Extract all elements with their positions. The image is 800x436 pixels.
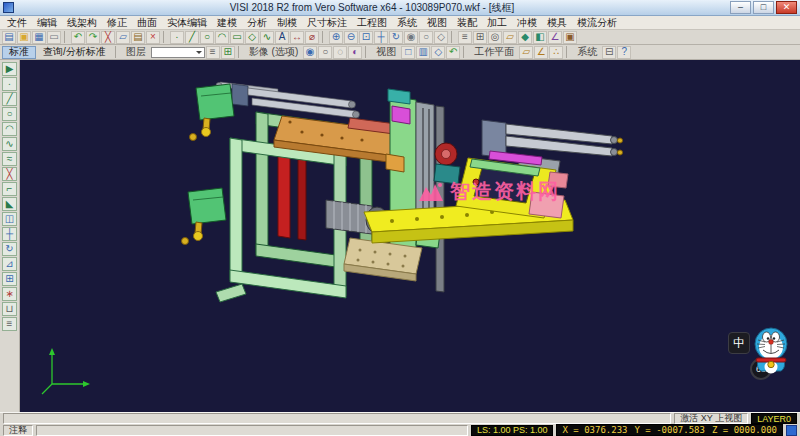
layers-icon[interactable]: ≡ [458, 31, 472, 44]
solid-icon[interactable]: ◆ [518, 31, 532, 44]
measure-icon[interactable]: ⌀ [305, 31, 319, 44]
mold-icon[interactable]: ▣ [563, 31, 577, 44]
save-icon[interactable]: ▦ [32, 31, 46, 44]
model-rails[interactable] [216, 82, 360, 118]
grip-icon[interactable] [786, 425, 797, 436]
menu-item[interactable]: 实体编辑 [162, 16, 212, 30]
spline-icon[interactable]: ∿ [260, 31, 274, 44]
workplane-3pt-icon[interactable]: ∴ [549, 46, 563, 59]
explode-icon[interactable]: ∗ [2, 287, 17, 301]
move-icon[interactable]: ┼ [2, 227, 17, 241]
corner-icon[interactable]: ⌐ [2, 182, 17, 196]
menu-item[interactable]: 线架构 [62, 16, 102, 30]
arc-icon[interactable]: ◠ [215, 31, 229, 44]
print-icon[interactable]: ▭ [47, 31, 61, 44]
workplane-xy-icon[interactable]: ▱ [519, 46, 533, 59]
menu-item[interactable]: 尺寸标注 [302, 16, 352, 30]
spline-tool-icon[interactable]: ∿ [2, 137, 17, 151]
select-icon[interactable]: ▶ [2, 62, 17, 76]
active-view-label[interactable]: 激活 XY 上视图 [674, 413, 748, 424]
tab-query-analysis[interactable]: 查询/分析标准 [37, 46, 112, 59]
minimize-button[interactable]: – [730, 1, 751, 14]
circle-icon[interactable]: ○ [200, 31, 214, 44]
cut-icon[interactable]: ╳ [101, 31, 115, 44]
undo-icon[interactable]: ↶ [71, 31, 85, 44]
tab-standard[interactable]: 标准 [2, 46, 36, 59]
menu-item[interactable]: 工程图 [352, 16, 392, 30]
rotate-icon[interactable]: ↻ [2, 242, 17, 256]
redo-icon[interactable]: ↷ [86, 31, 100, 44]
layer-new-icon[interactable]: ⊞ [221, 46, 235, 59]
menu-item[interactable]: 冲模 [512, 16, 542, 30]
snap-icon[interactable]: ◎ [488, 31, 502, 44]
new-file-icon[interactable]: ▤ [2, 31, 16, 44]
delete-icon[interactable]: × [146, 31, 160, 44]
close-button[interactable]: ✕ [776, 1, 797, 14]
iso-view-icon[interactable]: ◇ [434, 31, 448, 44]
prompt-field[interactable] [3, 413, 671, 424]
menu-item[interactable]: 建模 [212, 16, 242, 30]
layer-select[interactable] [151, 47, 205, 58]
viewport[interactable]: 智造资料网 中 63 [20, 60, 800, 412]
array-icon[interactable]: ⊞ [2, 272, 17, 286]
menu-item[interactable]: 编辑 [32, 16, 62, 30]
menu-item[interactable]: 加工 [482, 16, 512, 30]
title-bar[interactable]: VISI 2018 R2 from Vero Software x64 - 10… [0, 0, 800, 16]
grid-icon[interactable]: ⊞ [473, 31, 487, 44]
text-icon[interactable]: A [275, 31, 289, 44]
layer-indicator[interactable]: LAYER0 [751, 413, 797, 424]
paste-icon[interactable]: ▤ [131, 31, 145, 44]
shaded-view-icon[interactable]: ◉ [404, 31, 418, 44]
chamfer-icon[interactable]: ◣ [2, 197, 17, 211]
view-top-icon[interactable]: □ [401, 46, 415, 59]
menu-item[interactable]: 视图 [422, 16, 452, 30]
layer-manager-icon[interactable]: ≡ [206, 46, 220, 59]
properties-icon[interactable]: ≡ [2, 317, 17, 331]
pan-icon[interactable]: ┼ [374, 31, 388, 44]
point-icon[interactable]: ∙ [170, 31, 184, 44]
menu-item[interactable]: 装配 [452, 16, 482, 30]
menu-item[interactable]: 分析 [242, 16, 272, 30]
rotate-view-icon[interactable]: ↻ [389, 31, 403, 44]
hidden-line-icon[interactable]: ◌ [333, 46, 347, 59]
maximize-button[interactable]: □ [753, 1, 774, 14]
workplane-icon[interactable]: ▱ [503, 31, 517, 44]
ime-badge[interactable]: 中 [728, 332, 750, 354]
view-iso-icon[interactable]: ◇ [431, 46, 445, 59]
menu-item[interactable]: 文件 [2, 16, 32, 30]
workplane-align-icon[interactable]: ∠ [534, 46, 548, 59]
menu-item[interactable]: 制模 [272, 16, 302, 30]
menu-item[interactable]: 修正 [102, 16, 132, 30]
view-front-icon[interactable]: ▥ [416, 46, 430, 59]
surface-icon[interactable]: ◧ [533, 31, 547, 44]
line-icon[interactable]: ╱ [185, 31, 199, 44]
wireframe-render-icon[interactable]: ○ [318, 46, 332, 59]
copy-icon[interactable]: ▱ [116, 31, 130, 44]
menu-item[interactable]: 模具 [542, 16, 572, 30]
arc-tool-icon[interactable]: ◠ [2, 122, 17, 136]
rectangle-icon[interactable]: ▭ [230, 31, 244, 44]
menu-item[interactable]: 曲面 [132, 16, 162, 30]
model-clamp-pads[interactable] [182, 84, 235, 245]
shaded-render-icon[interactable]: ◉ [303, 46, 317, 59]
mirror-icon[interactable]: ◫ [2, 212, 17, 226]
zoom-in-icon[interactable]: ⊕ [329, 31, 343, 44]
dimension-icon[interactable]: ↔ [290, 31, 304, 44]
polygon-icon[interactable]: ◇ [245, 31, 259, 44]
render-options-icon[interactable]: ◐ [348, 46, 362, 59]
zoom-out-icon[interactable]: ⊖ [344, 31, 358, 44]
menu-item[interactable]: 模流分析 [572, 16, 622, 30]
point-tool-icon[interactable]: ∙ [2, 77, 17, 91]
open-file-icon[interactable]: ▣ [17, 31, 31, 44]
circle-tool-icon[interactable]: ○ [2, 107, 17, 121]
wireframe-view-icon[interactable]: ○ [419, 31, 433, 44]
system-help-icon[interactable]: ? [617, 46, 631, 59]
note-button[interactable]: 注释 [3, 425, 33, 436]
menu-item[interactable]: 系统 [392, 16, 422, 30]
trim-icon[interactable]: ╳ [2, 167, 17, 181]
zoom-fit-icon[interactable]: ⊡ [359, 31, 373, 44]
group-icon[interactable]: ⊔ [2, 302, 17, 316]
view-previous-icon[interactable]: ↶ [446, 46, 460, 59]
system-settings-icon[interactable]: ⊟ [602, 46, 616, 59]
scale-icon[interactable]: ⊿ [2, 257, 17, 271]
